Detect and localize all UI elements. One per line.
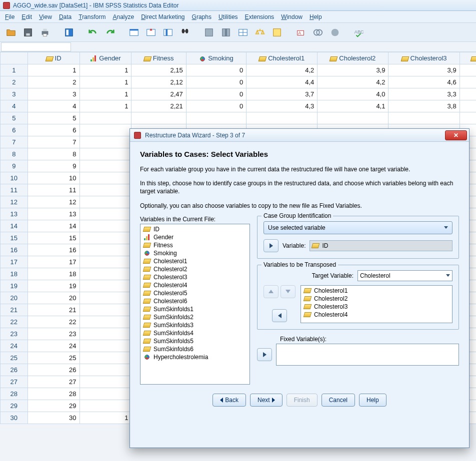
cell[interactable]: 9: [28, 160, 80, 172]
row-header[interactable]: 18: [0, 268, 28, 280]
variables-current-file-list[interactable]: IDGenderFitnessSmokingCholesterol1Choles…: [140, 224, 250, 385]
cell[interactable]: 24: [28, 340, 80, 352]
row-header[interactable]: 28: [0, 388, 28, 400]
row-header[interactable]: 1: [0, 64, 28, 76]
case-group-combo[interactable]: Use selected variable: [264, 221, 452, 234]
column-header-fitness[interactable]: Fitness: [132, 52, 186, 64]
row-header[interactable]: 24: [0, 340, 28, 352]
cell[interactable]: [80, 400, 132, 412]
row-header[interactable]: 3: [0, 88, 28, 100]
cell[interactable]: 20: [28, 292, 80, 304]
cell[interactable]: 23: [28, 328, 80, 340]
spellcheck-button[interactable]: ABC: [352, 25, 366, 39]
cell[interactable]: [80, 172, 132, 184]
move-down-button[interactable]: [280, 285, 296, 298]
variable-item[interactable]: Cholesterol4: [142, 281, 248, 289]
cell[interactable]: [80, 388, 132, 400]
cell[interactable]: [80, 316, 132, 328]
cancel-button[interactable]: Cancel: [322, 394, 355, 407]
move-to-fixed-button[interactable]: [257, 348, 272, 361]
cell[interactable]: 11: [28, 184, 80, 196]
cell[interactable]: [80, 232, 132, 244]
menu-view[interactable]: View: [39, 13, 52, 20]
cell[interactable]: 0: [186, 64, 246, 76]
target-variable-combo[interactable]: Cholesterol: [358, 270, 452, 281]
cell[interactable]: 12: [28, 196, 80, 208]
column-header-cholesterol1[interactable]: Cholesterol1: [246, 52, 318, 64]
row-header[interactable]: 15: [0, 232, 28, 244]
cell[interactable]: 3,3: [388, 88, 460, 100]
cell[interactable]: 8: [28, 148, 80, 160]
row-header[interactable]: 27: [0, 376, 28, 388]
column-header-smoking[interactable]: Smoking: [186, 52, 246, 64]
cell[interactable]: 2,12: [132, 76, 186, 88]
cell[interactable]: 18: [28, 268, 80, 280]
cell[interactable]: 28: [28, 388, 80, 400]
cell[interactable]: 3,9: [318, 64, 388, 76]
column-header-cholester[interactable]: Cholester: [460, 52, 476, 64]
variable-item[interactable]: SumSkinfolds1: [142, 305, 248, 313]
transpose-item[interactable]: Cholesterol4: [302, 311, 451, 319]
table-row[interactable]: 1112,1504,23,93,9: [0, 64, 476, 76]
cell[interactable]: [132, 112, 186, 124]
value-labels-button[interactable]: A: [294, 25, 308, 39]
row-header[interactable]: 9: [0, 160, 28, 172]
row-header[interactable]: 23: [0, 328, 28, 340]
cell[interactable]: 2,47: [132, 88, 186, 100]
row-header[interactable]: 2: [0, 76, 28, 88]
cell[interactable]: 19: [28, 280, 80, 292]
menu-graphs[interactable]: Graphs: [192, 13, 212, 20]
column-header-gender[interactable]: Gender: [80, 52, 132, 64]
cell[interactable]: 3: [28, 88, 80, 100]
cell[interactable]: 14: [28, 220, 80, 232]
cell[interactable]: [460, 112, 476, 124]
cell[interactable]: [80, 256, 132, 268]
cell[interactable]: 4,4: [246, 76, 318, 88]
cell[interactable]: 10: [28, 172, 80, 184]
help-button[interactable]: Help: [359, 394, 386, 407]
cell[interactable]: 1: [80, 100, 132, 112]
row-header[interactable]: 8: [0, 148, 28, 160]
column-header-id[interactable]: ID: [28, 52, 80, 64]
menu-file[interactable]: File: [5, 13, 14, 20]
variable-item[interactable]: SumSkinfolds2: [142, 313, 248, 321]
row-header[interactable]: 22: [0, 316, 28, 328]
cell[interactable]: 3,7: [246, 88, 318, 100]
cell[interactable]: 17: [28, 256, 80, 268]
menu-extensions[interactable]: Extensions: [245, 13, 274, 20]
cell[interactable]: [80, 196, 132, 208]
print-button[interactable]: [38, 25, 52, 39]
menu-transform[interactable]: Transform: [78, 13, 106, 20]
cell[interactable]: [460, 76, 476, 88]
cell[interactable]: [80, 220, 132, 232]
cell[interactable]: 26: [28, 364, 80, 376]
cell[interactable]: 1: [80, 64, 132, 76]
cell[interactable]: 4,0: [318, 88, 388, 100]
cell[interactable]: [246, 112, 318, 124]
row-header[interactable]: 25: [0, 352, 28, 364]
use-sets-button[interactable]: [311, 25, 325, 39]
row-header[interactable]: 26: [0, 364, 28, 376]
row-header[interactable]: 11: [0, 184, 28, 196]
cell[interactable]: [80, 292, 132, 304]
cell[interactable]: 13: [28, 208, 80, 220]
select-cases-button[interactable]: [270, 25, 284, 39]
row-header[interactable]: 30: [0, 412, 28, 424]
row-header[interactable]: 16: [0, 244, 28, 256]
variable-item[interactable]: Gender: [142, 233, 248, 241]
weight-cases-button[interactable]: [253, 25, 267, 39]
cell[interactable]: 7: [28, 136, 80, 148]
cell[interactable]: 21: [28, 304, 80, 316]
goto-case-button[interactable]: [127, 25, 141, 39]
row-header[interactable]: 13: [0, 208, 28, 220]
cell[interactable]: 4,2: [318, 76, 388, 88]
cell[interactable]: [80, 340, 132, 352]
cell[interactable]: [80, 112, 132, 124]
cell[interactable]: 0: [186, 76, 246, 88]
cell[interactable]: [80, 208, 132, 220]
move-up-button[interactable]: [264, 285, 278, 298]
row-header[interactable]: 17: [0, 256, 28, 268]
cell[interactable]: 22: [28, 316, 80, 328]
fixed-variables-list[interactable]: [276, 344, 459, 366]
menu-direct-marketing[interactable]: Direct Marketing: [141, 13, 184, 20]
